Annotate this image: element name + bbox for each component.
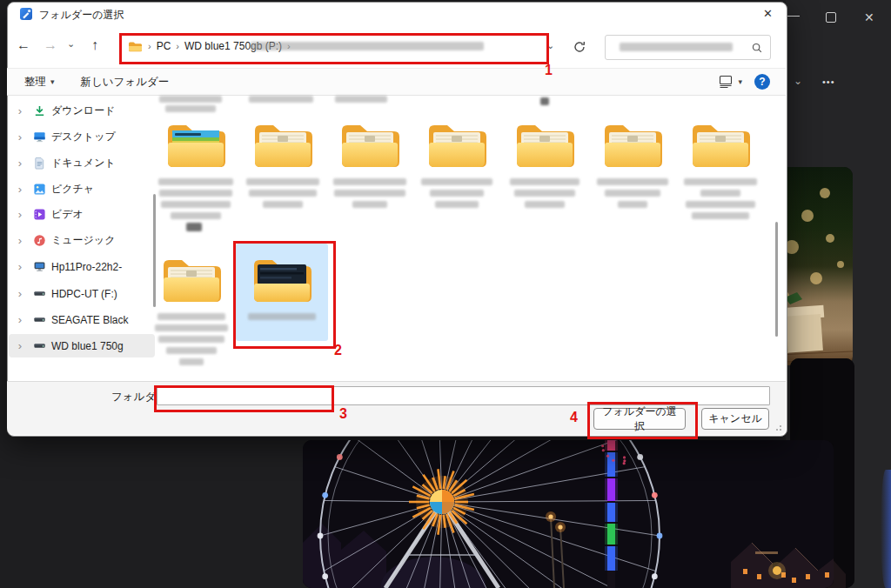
- organize-button[interactable]: 整理: [24, 75, 46, 90]
- folder-tile-0-0[interactable]: [164, 117, 227, 173]
- redacted-text: [700, 190, 740, 197]
- redacted-text: [540, 97, 549, 105]
- sidebar-item-music-5[interactable]: ›ミュージック: [9, 229, 155, 252]
- redacted-text: [435, 201, 479, 208]
- redacted-text: [597, 178, 668, 185]
- redacted-text: [155, 324, 228, 331]
- folder-tile-0-3[interactable]: [425, 117, 488, 173]
- annotation-box-1: [119, 33, 549, 64]
- new-folder-button[interactable]: 新しいフォルダー: [81, 75, 170, 90]
- redacted-text: [334, 190, 405, 197]
- expand-chevron-icon[interactable]: ›: [14, 183, 26, 196]
- redacted-text: [352, 201, 387, 208]
- sidebar-scrollbar-thumb[interactable]: [153, 194, 156, 307]
- folder-icon: [251, 157, 314, 172]
- sidebar-item-drive-9[interactable]: ›WD blue1 750g: [9, 334, 155, 357]
- sidebar-item-label: ビデオ: [51, 207, 84, 222]
- redacted-text: [605, 190, 660, 197]
- folder-icon: [513, 157, 576, 172]
- redacted-text: [525, 201, 565, 208]
- dialog-close-icon[interactable]: ✕: [763, 7, 773, 20]
- folder-icon: [689, 157, 752, 172]
- redacted-text: [263, 201, 303, 208]
- redacted-text: [158, 178, 233, 185]
- drive-icon: [33, 339, 46, 352]
- recent-locations-icon[interactable]: ⌄: [67, 39, 75, 49]
- expand-chevron-icon[interactable]: ›: [14, 104, 26, 117]
- folder-tile-0-6[interactable]: [689, 117, 752, 173]
- sidebar-item-drive-7[interactable]: ›HDPC-UT (F:): [9, 282, 155, 305]
- folder-tile-0-2[interactable]: [338, 117, 401, 173]
- pictures-icon: [33, 183, 46, 196]
- resize-grip[interactable]: [780, 425, 781, 427]
- redacted-text: [249, 96, 313, 103]
- chevron-down-icon[interactable]: ⌄: [794, 75, 802, 87]
- forward-icon[interactable]: →: [44, 38, 57, 52]
- expand-chevron-icon[interactable]: ›: [14, 157, 26, 170]
- sidebar-item-desktop-1[interactable]: ›デスクトップ: [9, 125, 155, 149]
- folder-tile-0-4[interactable]: [513, 117, 576, 173]
- up-icon[interactable]: ↑: [91, 38, 98, 52]
- redacted-text: [165, 105, 216, 112]
- redacted-text: [179, 358, 204, 365]
- pc-icon: [33, 260, 46, 273]
- redacted-text: [430, 190, 484, 197]
- resize-grip: [776, 429, 778, 431]
- folder-tile-0-5[interactable]: [601, 117, 664, 173]
- annotation-number-2: 2: [334, 343, 342, 358]
- expand-chevron-icon[interactable]: ›: [14, 313, 26, 326]
- redacted-text: [692, 212, 749, 219]
- folder-icon: [601, 157, 664, 172]
- sidebar-item-video-4[interactable]: ›ビデオ: [9, 203, 155, 226]
- maximize-icon[interactable]: [826, 12, 836, 23]
- redacted-text: [684, 178, 757, 185]
- desktop-icon: [33, 130, 46, 144]
- expand-chevron-icon[interactable]: ›: [14, 260, 26, 273]
- annotation-box-4: [587, 402, 698, 439]
- folder-icon: [338, 157, 401, 172]
- download-icon: [33, 104, 46, 117]
- view-options-icon[interactable]: [718, 75, 734, 89]
- sidebar-item-label: Hp11Pro-22h2-: [51, 261, 122, 273]
- sidebar-item-pc-6[interactable]: ›Hp11Pro-22h2-: [9, 255, 155, 278]
- redacted-text: [158, 336, 224, 343]
- expand-chevron-icon[interactable]: ›: [14, 130, 26, 144]
- redacted-text: [335, 96, 387, 103]
- sidebar-item-label: ダウンロード: [51, 104, 115, 118]
- sidebar-item-label: ミュージック: [51, 233, 115, 248]
- expand-chevron-icon[interactable]: ›: [14, 287, 26, 300]
- sidebar-item-document-2[interactable]: ›ドキュメント: [9, 151, 155, 175]
- minimize-icon[interactable]: [787, 16, 800, 17]
- expand-chevron-icon[interactable]: ›: [14, 339, 26, 352]
- cancel-button[interactable]: キャンセル: [701, 408, 769, 430]
- help-icon[interactable]: ?: [754, 74, 770, 90]
- sidebar-item-label: デスクトップ: [51, 130, 116, 144]
- redacted-text: [514, 190, 575, 197]
- folder-icon: [164, 157, 227, 172]
- folder-tile-0-1[interactable]: [251, 117, 314, 173]
- ferris-wheel-photo[interactable]: [303, 440, 834, 588]
- expand-chevron-icon[interactable]: ›: [14, 234, 26, 247]
- sidebar-item-label: WD blue1 750g: [51, 340, 124, 352]
- search-icon: [751, 42, 763, 54]
- close-window-icon[interactable]: ✕: [864, 11, 874, 23]
- folder-tile-1-0[interactable]: [160, 252, 223, 308]
- sidebar-item-download-0[interactable]: ›ダウンロード: [9, 99, 155, 123]
- sidebar-item-drive-8[interactable]: ›SEAGATE Black: [9, 308, 155, 331]
- view-caret-icon[interactable]: ▾: [738, 77, 742, 86]
- redacted-text: [166, 347, 217, 354]
- redacted-text: [159, 96, 222, 103]
- redacted-text: [618, 201, 647, 208]
- sidebar-item-label: ドキュメント: [51, 156, 116, 170]
- refresh-icon[interactable]: [573, 40, 586, 57]
- app-icon: [20, 8, 32, 20]
- folder-icon: [160, 292, 223, 307]
- more-menu-icon[interactable]: •••: [822, 77, 835, 87]
- list-scrollbar-thumb[interactable]: [775, 222, 778, 337]
- back-icon[interactable]: ←: [17, 38, 30, 52]
- expand-chevron-icon[interactable]: ›: [14, 208, 26, 221]
- sidebar-item-label: ピクチャ: [51, 182, 94, 197]
- redacted-text: [333, 178, 406, 185]
- blue-light-photo-sliver: [881, 470, 891, 588]
- sidebar-item-pictures-3[interactable]: ›ピクチャ: [9, 177, 155, 201]
